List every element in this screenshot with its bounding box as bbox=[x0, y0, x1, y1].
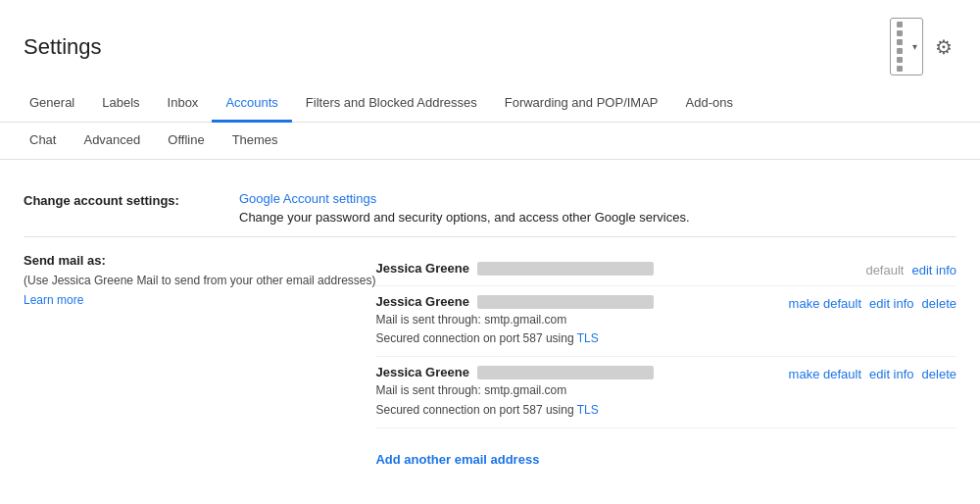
entry-2-delete-link[interactable]: delete bbox=[922, 296, 956, 311]
learn-more-link[interactable]: Learn more bbox=[24, 293, 375, 307]
nav-tabs-row1: General Labels Inbox Accounts Filters an… bbox=[0, 85, 980, 123]
change-account-section: Change account settings: Google Account … bbox=[24, 179, 956, 237]
tab-general[interactable]: General bbox=[16, 85, 88, 123]
tab-themes[interactable]: Themes bbox=[219, 123, 292, 160]
entry-2-secure: Secured connection on port 587 using TLS bbox=[375, 329, 721, 348]
entry-2-email-blur bbox=[477, 295, 654, 309]
entry-3-name-row: Jessica Greene bbox=[375, 365, 721, 379]
send-entry-1: Jessica Greene default edit info bbox=[375, 253, 956, 286]
google-account-link[interactable]: Google Account settings bbox=[239, 191, 376, 206]
settings-content: Change account settings: Google Account … bbox=[0, 160, 980, 502]
entry-3-name-area: Jessica Greene Mail is sent through: smt… bbox=[375, 365, 721, 419]
entry-3-actions: make default edit info delete bbox=[721, 365, 956, 381]
entry-2-name-row: Jessica Greene bbox=[375, 294, 721, 309]
tab-chat[interactable]: Chat bbox=[16, 123, 70, 160]
entry-2-secure-prefix: Secured connection on port 587 using bbox=[375, 331, 576, 345]
entry-1-edit-link[interactable]: edit info bbox=[911, 263, 956, 277]
gear-icon[interactable]: ⚙ bbox=[931, 31, 956, 63]
send-mail-label-area: Send mail as: (Use Jessica Greene Mail t… bbox=[24, 253, 375, 307]
entry-3-secure: Secured connection on port 587 using TLS bbox=[375, 401, 721, 420]
entry-3-secure-prefix: Secured connection on port 587 using bbox=[375, 403, 576, 417]
tab-advanced[interactable]: Advanced bbox=[70, 123, 154, 160]
entry-1-actions: default edit info bbox=[721, 261, 956, 277]
entry-2-name-area: Jessica Greene Mail is sent through: smt… bbox=[375, 294, 721, 348]
account-description: Change your password and security option… bbox=[239, 210, 956, 225]
entry-3-email-blur bbox=[477, 366, 654, 379]
tab-inbox[interactable]: Inbox bbox=[154, 85, 213, 123]
tab-forwarding[interactable]: Forwarding and POP/IMAP bbox=[491, 85, 672, 123]
entry-2-name: Jessica Greene bbox=[375, 294, 468, 309]
nav-tabs-row2: Chat Advanced Offline Themes bbox=[0, 123, 980, 160]
entry-1-name-row: Jessica Greene bbox=[375, 261, 721, 276]
entry-2-edit-link[interactable]: edit info bbox=[869, 296, 914, 311]
entry-1-email-blur bbox=[477, 262, 654, 276]
entry-2-actions: make default edit info delete bbox=[721, 294, 956, 311]
chevron-down-icon: ▾ bbox=[912, 41, 917, 52]
nav-tabs-row1-inner: General Labels Inbox Accounts Filters an… bbox=[16, 85, 964, 122]
tab-addons[interactable]: Add-ons bbox=[672, 85, 747, 123]
send-mail-section: Send mail as: (Use Jessica Greene Mail t… bbox=[24, 237, 956, 482]
entry-1-default-label: default bbox=[865, 263, 904, 277]
page-title: Settings bbox=[24, 34, 102, 60]
send-mail-title: Send mail as: bbox=[24, 253, 375, 268]
send-entry-3: Jessica Greene Mail is sent through: smt… bbox=[375, 357, 956, 428]
send-mail-desc: (Use Jessica Greene Mail to send from yo… bbox=[24, 272, 375, 289]
entry-1-name-area: Jessica Greene bbox=[375, 261, 721, 277]
entry-2-smtp: Mail is sent through: smtp.gmail.com bbox=[375, 311, 721, 329]
change-account-label: Change account settings: bbox=[24, 191, 239, 208]
entry-3-smtp: Mail is sent through: smtp.gmail.com bbox=[375, 381, 721, 400]
keyboard-icon[interactable]: ▾ bbox=[890, 18, 923, 76]
tab-filters[interactable]: Filters and Blocked Addresses bbox=[292, 85, 491, 123]
tab-accounts[interactable]: Accounts bbox=[212, 85, 291, 123]
entry-3-delete-link[interactable]: delete bbox=[922, 367, 956, 381]
change-account-content: Google Account settings Change your pass… bbox=[239, 191, 956, 225]
entry-3-name: Jessica Greene bbox=[375, 365, 468, 379]
send-mail-entries: Jessica Greene default edit info Jessica… bbox=[375, 253, 956, 467]
entry-3-make-default-link[interactable]: make default bbox=[789, 367, 861, 381]
entry-3-edit-link[interactable]: edit info bbox=[869, 367, 914, 381]
tab-offline[interactable]: Offline bbox=[154, 123, 218, 160]
send-entry-2: Jessica Greene Mail is sent through: smt… bbox=[375, 286, 956, 357]
add-email-area: Add another email address bbox=[375, 440, 956, 467]
entry-1-name: Jessica Greene bbox=[375, 261, 468, 276]
header: Settings ▾ ⚙ bbox=[0, 0, 980, 85]
entry-3-tls-link[interactable]: TLS bbox=[577, 403, 599, 417]
tab-labels[interactable]: Labels bbox=[88, 85, 153, 123]
entry-2-tls-link[interactable]: TLS bbox=[577, 331, 599, 345]
entry-2-make-default-link[interactable]: make default bbox=[789, 296, 861, 311]
add-email-link[interactable]: Add another email address bbox=[375, 452, 539, 467]
header-icons: ▾ ⚙ bbox=[890, 18, 956, 76]
